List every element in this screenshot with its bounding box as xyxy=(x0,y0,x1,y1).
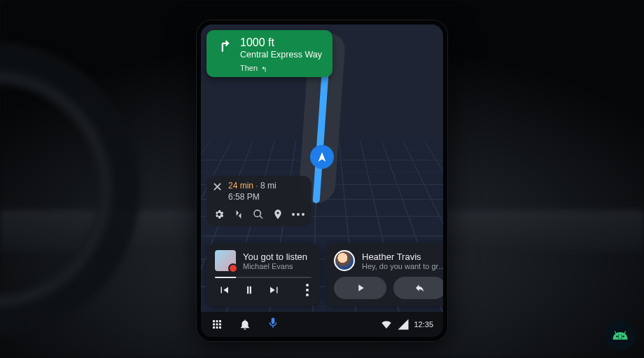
more-icon[interactable] xyxy=(292,213,304,216)
eta-arrival: 6:58 PM xyxy=(228,191,276,202)
turn-distance: 1000 ft xyxy=(240,36,322,50)
current-location-marker xyxy=(310,145,334,169)
eta-duration: 24 min xyxy=(228,181,253,191)
turn-right-icon xyxy=(215,36,233,61)
notification-card[interactable]: Heather Travis Hey, do you want to gr… xyxy=(326,243,443,306)
media-more-icon[interactable] xyxy=(306,284,309,296)
watermark-badge: { } xyxy=(605,320,636,351)
contact-avatar xyxy=(334,250,355,271)
svg-text:{ }: { } xyxy=(618,333,623,339)
system-navbar: 12:35 xyxy=(201,312,443,337)
place-pin-icon[interactable] xyxy=(272,208,284,221)
notifications-icon[interactable] xyxy=(239,318,251,331)
assistant-mic-icon[interactable] xyxy=(267,317,279,329)
settings-icon[interactable] xyxy=(214,208,225,221)
turn-left-icon xyxy=(260,64,269,73)
previous-track-button[interactable] xyxy=(218,284,230,296)
app-launcher-icon[interactable] xyxy=(211,318,223,331)
car-display-device: 1000 ft Central Express Way Then ✕ 24 mi… xyxy=(196,20,448,342)
then-label: Then xyxy=(240,64,258,74)
play-message-button[interactable] xyxy=(334,277,386,299)
contact-name: Heather Travis xyxy=(362,252,443,262)
eta-distance: 8 mi xyxy=(260,181,276,191)
playback-progress[interactable] xyxy=(215,277,312,278)
clock: 12:35 xyxy=(414,320,433,329)
routes-icon[interactable] xyxy=(233,208,244,221)
track-title: You got to listen xyxy=(243,252,307,262)
reply-button[interactable] xyxy=(393,277,443,299)
wifi-icon xyxy=(380,318,393,331)
cell-signal-icon xyxy=(397,318,410,331)
pause-button[interactable] xyxy=(243,284,255,296)
turn-road: Central Express Way xyxy=(240,50,322,61)
album-art xyxy=(215,250,236,271)
track-artist: Michael Evans xyxy=(243,262,307,270)
screen: 1000 ft Central Express Way Then ✕ 24 mi… xyxy=(201,25,443,337)
eta-panel[interactable]: ✕ 24 min · 8 mi 6:58 PM xyxy=(206,176,312,226)
message-preview: Hey, do you want to gr… xyxy=(362,262,443,270)
media-card[interactable]: You got to listen Michael Evans xyxy=(206,243,320,306)
close-eta-button[interactable]: ✕ xyxy=(212,180,223,194)
search-icon[interactable] xyxy=(253,208,264,221)
turn-direction-card[interactable]: 1000 ft Central Express Way Then xyxy=(206,30,332,77)
next-track-button[interactable] xyxy=(268,284,281,296)
